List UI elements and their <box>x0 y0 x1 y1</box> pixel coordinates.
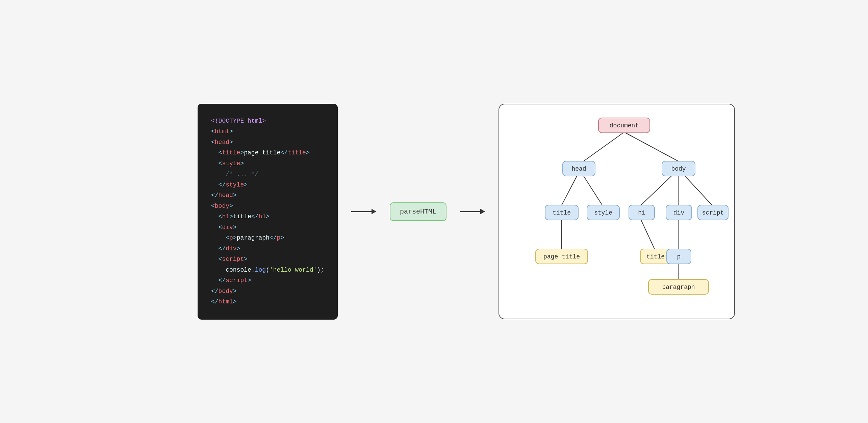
node-text-div: div <box>673 209 685 216</box>
parse-html-box: parseHTML <box>390 202 446 221</box>
node-text-document: document <box>610 122 639 129</box>
node-text-body: body <box>671 166 686 172</box>
conn-body-h1 <box>641 176 671 205</box>
main-container: <!DOCTYPE html> <html> <head> <title>pag… <box>198 104 670 320</box>
second-arrow <box>460 209 485 214</box>
arrow-shaft-1 <box>351 211 372 212</box>
node-text-page-title: page title <box>543 253 580 260</box>
tree-svg: document head body title style h1 div sc… <box>513 115 736 304</box>
node-text-p: p <box>677 253 681 260</box>
arrow-head-1 <box>372 209 376 214</box>
code-panel: <!DOCTYPE html> <html> <head> <title>pag… <box>198 104 338 320</box>
node-text-paragraph: paragraph <box>662 284 695 291</box>
conn-head-title <box>562 176 577 205</box>
conn-body-script <box>685 176 712 205</box>
conn-head-style <box>584 176 602 205</box>
node-text-script: script <box>702 209 724 216</box>
conn-h1-titletext <box>641 220 655 249</box>
arrow-head-2 <box>480 209 485 214</box>
node-text-style: style <box>594 209 612 216</box>
parse-html-label: parseHTML <box>400 208 436 216</box>
node-text-h1: h1 <box>638 209 645 216</box>
conn-doc-head <box>584 132 624 161</box>
node-text-title-text: title <box>646 253 665 260</box>
tree-panel: document head body title style h1 div sc… <box>499 104 735 319</box>
first-arrow <box>351 209 376 214</box>
arrow-shaft-2 <box>460 211 480 212</box>
conn-doc-body <box>624 132 678 161</box>
node-text-title: title <box>553 209 571 216</box>
code-block: <!DOCTYPE html> <html> <head> <title>pag… <box>211 116 324 307</box>
node-text-head: head <box>571 166 586 172</box>
